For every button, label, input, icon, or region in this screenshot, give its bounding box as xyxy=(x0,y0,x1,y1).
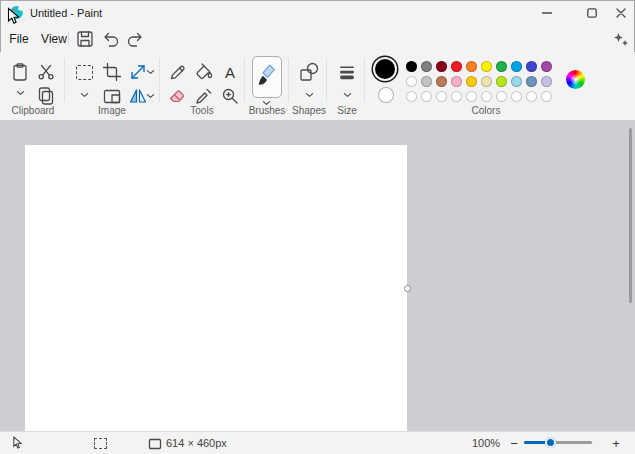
size-button[interactable] xyxy=(335,60,359,84)
save-button[interactable] xyxy=(74,28,96,50)
undo-icon xyxy=(101,29,121,49)
color-swatch[interactable] xyxy=(451,76,462,87)
colors-group-label: Colors xyxy=(368,105,604,116)
ribbon-toolbar: Clipboard xyxy=(0,52,635,121)
color-swatch[interactable] xyxy=(466,61,477,72)
color-swatch[interactable] xyxy=(421,61,432,72)
shapes-button[interactable] xyxy=(297,60,321,84)
color-swatch[interactable] xyxy=(511,76,522,87)
size-dropdown[interactable] xyxy=(341,90,353,100)
clipboard-group-label: Clipboard xyxy=(4,105,62,116)
pencil-button[interactable] xyxy=(166,60,190,84)
color-swatch[interactable] xyxy=(421,76,432,87)
paint-window: Untitled - Paint File View xyxy=(0,0,635,454)
color-swatch[interactable] xyxy=(481,61,492,72)
color-swatch[interactable] xyxy=(526,61,537,72)
close-button[interactable] xyxy=(607,0,635,26)
color-swatch[interactable] xyxy=(496,91,507,102)
image-group-label: Image xyxy=(68,105,156,116)
crop-icon xyxy=(102,62,122,82)
palette-row xyxy=(406,91,552,102)
group-image: Image xyxy=(68,52,156,120)
color-swatch[interactable] xyxy=(481,76,492,87)
cut-button[interactable] xyxy=(34,60,58,84)
group-shapes: Shapes xyxy=(292,52,326,120)
color-swatch[interactable] xyxy=(526,76,537,87)
resize-dropdown[interactable] xyxy=(144,67,156,77)
group-divider xyxy=(364,58,365,102)
tools-group-label: Tools xyxy=(162,105,242,116)
undo-button[interactable] xyxy=(100,28,122,50)
text-tool-icon: A xyxy=(225,64,235,81)
paste-dropdown[interactable] xyxy=(14,88,26,98)
menu-divider xyxy=(68,32,69,46)
group-divider xyxy=(288,58,289,102)
canvas-resize-handle[interactable] xyxy=(404,285,411,292)
canvas-dimensions-icon xyxy=(148,438,162,450)
redo-button[interactable] xyxy=(124,28,146,50)
color-swatch[interactable] xyxy=(526,91,537,102)
select-button[interactable] xyxy=(72,60,96,84)
copy-icon xyxy=(36,86,56,106)
maximize-button[interactable] xyxy=(572,0,612,26)
color-palette xyxy=(406,61,552,106)
select-dropdown[interactable] xyxy=(78,90,90,100)
color-swatch[interactable] xyxy=(406,61,417,72)
copilot-button[interactable] xyxy=(610,28,632,50)
color-swatch[interactable] xyxy=(436,91,447,102)
color-swatch[interactable] xyxy=(451,91,462,102)
zoom-out-button[interactable]: − xyxy=(506,434,522,452)
shapes-dropdown[interactable] xyxy=(303,90,315,100)
eyedropper-icon xyxy=(194,86,214,106)
pencil-icon xyxy=(168,62,188,82)
color-swatch[interactable] xyxy=(496,61,507,72)
group-tools: A Tools xyxy=(162,52,242,120)
color-swatch[interactable] xyxy=(466,76,477,87)
menu-bar: File View xyxy=(0,26,635,52)
rotate-dropdown[interactable] xyxy=(144,91,156,101)
color-swatch[interactable] xyxy=(406,76,417,87)
color-swatch[interactable] xyxy=(436,61,447,72)
menu-file[interactable]: File xyxy=(4,29,34,49)
title-bar: Untitled - Paint xyxy=(0,0,635,26)
color-swatch[interactable] xyxy=(541,91,552,102)
shapes-icon xyxy=(299,62,319,82)
brushes-button[interactable] xyxy=(252,56,282,98)
color-swatch[interactable] xyxy=(466,91,477,102)
paste-button[interactable] xyxy=(8,60,32,84)
color-swatch[interactable] xyxy=(421,91,432,102)
brushes-group-label: Brushes xyxy=(246,105,288,116)
chevron-down-icon xyxy=(343,92,352,98)
vertical-scrollbar[interactable] xyxy=(628,122,634,430)
select-marquee-icon xyxy=(76,65,93,80)
zoom-slider[interactable] xyxy=(524,441,592,444)
fill-bucket-icon xyxy=(194,62,214,82)
edit-colors-button[interactable] xyxy=(566,70,585,89)
color-swatch[interactable] xyxy=(406,91,417,102)
minimize-button[interactable] xyxy=(527,0,567,26)
chevron-down-icon xyxy=(146,69,155,75)
scrollbar-thumb[interactable] xyxy=(629,128,632,303)
drawing-canvas[interactable] xyxy=(25,145,407,432)
zoom-in-button[interactable]: + xyxy=(608,434,624,452)
color-swatch[interactable] xyxy=(481,91,492,102)
color-swatch[interactable] xyxy=(541,61,552,72)
color2-swatch[interactable] xyxy=(378,87,394,103)
group-brushes: Brushes xyxy=(246,52,288,120)
color-swatch[interactable] xyxy=(496,76,507,87)
color-swatch[interactable] xyxy=(511,61,522,72)
color-swatch[interactable] xyxy=(511,91,522,102)
color-swatch[interactable] xyxy=(451,61,462,72)
crop-button[interactable] xyxy=(100,60,124,84)
status-bar: 614 × 460px 100% − + xyxy=(0,431,635,454)
menu-view[interactable]: View xyxy=(36,29,72,49)
color-swatch[interactable] xyxy=(436,76,447,87)
fill-button[interactable] xyxy=(192,60,216,84)
color-swatch[interactable] xyxy=(541,76,552,87)
group-divider xyxy=(159,58,160,102)
copilot-sparkle-icon xyxy=(613,32,629,47)
brush-icon xyxy=(256,62,278,92)
zoom-slider-thumb[interactable] xyxy=(545,437,556,448)
color1-swatch[interactable] xyxy=(375,59,395,79)
text-tool-button[interactable]: A xyxy=(218,60,242,84)
